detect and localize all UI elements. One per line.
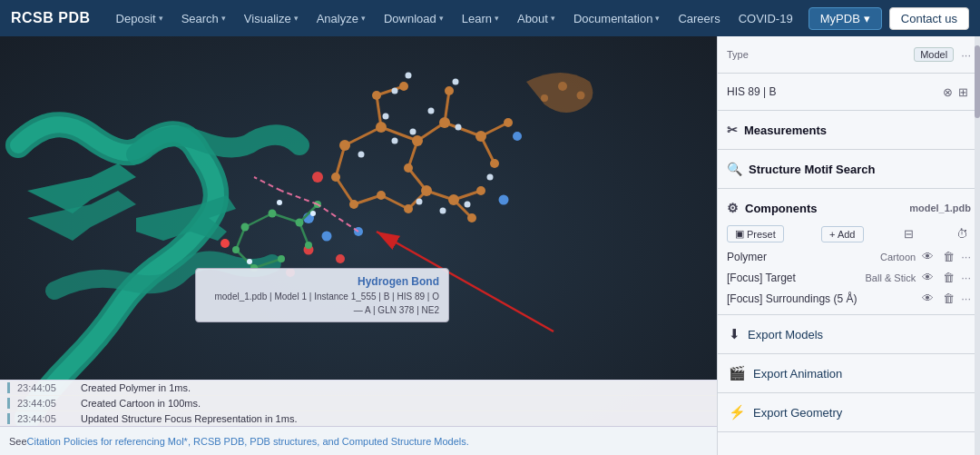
- svg-point-51: [453, 79, 459, 85]
- footer-citation-link[interactable]: Citation Policies for referencing Mol*, …: [27, 436, 469, 447]
- focus-surroundings-row: [Focus] Surroundings (5 Å) 👁 🗑 ···: [718, 288, 980, 309]
- svg-point-35: [504, 118, 513, 127]
- svg-point-43: [392, 138, 398, 144]
- nav-documentation[interactable]: Documentation ▾: [564, 0, 669, 36]
- polymer-label: Polymer: [727, 251, 877, 263]
- log-message-1: Created Polymer in 1ms.: [81, 382, 191, 393]
- nav-careers[interactable]: Careers: [669, 0, 729, 36]
- measurements-row[interactable]: ✂ Measurements: [718, 116, 980, 143]
- svg-point-27: [377, 191, 386, 200]
- structure-motif-section[interactable]: 🔍 Structure Motif Search: [718, 150, 980, 189]
- svg-point-53: [322, 232, 332, 242]
- chevron-down-icon: ▾: [221, 14, 226, 23]
- clock-icon[interactable]: ⏱: [954, 226, 971, 242]
- components-title-row[interactable]: ⚙ Components model_1.pdb: [718, 194, 980, 222]
- navbar-right: MyPDB ▾ Contact us: [808, 7, 969, 30]
- chevron-down-icon: ▾: [439, 14, 444, 23]
- svg-point-49: [392, 88, 398, 94]
- log-row-2: 23:44:05 Created Cartoon in 100ms.: [0, 396, 717, 411]
- focus-target-menu[interactable]: ···: [961, 271, 971, 284]
- components-file: model_1.pdb: [909, 203, 971, 213]
- svg-point-37: [467, 213, 476, 223]
- focus-surroundings-eye-btn[interactable]: 👁: [919, 291, 936, 306]
- measurements-label: Measurements: [744, 124, 827, 137]
- polymer-style: Cartoon: [880, 252, 916, 262]
- log-time-3: 23:44:05: [17, 413, 72, 424]
- preset-button[interactable]: ▣ Preset: [727, 225, 784, 242]
- svg-point-32: [372, 91, 381, 100]
- svg-point-74: [278, 255, 285, 262]
- export-geometry-row[interactable]: ⚡ Export Geometry: [718, 399, 980, 426]
- his-row: HIS 89 | B ⊗ ⊞: [718, 79, 980, 104]
- nav-download[interactable]: Download ▾: [375, 0, 453, 36]
- export-animation-section[interactable]: 🎬 Export Animation: [718, 354, 980, 393]
- structure-motif-row[interactable]: 🔍 Structure Motif Search: [718, 155, 980, 183]
- polymer-delete-btn[interactable]: 🗑: [940, 249, 957, 264]
- svg-point-72: [232, 246, 240, 253]
- components-icon: ⚙: [727, 201, 739, 215]
- scrollbar-track[interactable]: [975, 36, 980, 455]
- export-geometry-section[interactable]: ⚡ Export Geometry: [718, 393, 980, 432]
- svg-point-68: [269, 210, 277, 218]
- export-animation-row[interactable]: 🎬 Export Animation: [718, 360, 980, 387]
- focus-surroundings-delete-btn[interactable]: 🗑: [940, 291, 957, 306]
- svg-point-28: [404, 204, 413, 213]
- svg-point-34: [445, 86, 454, 95]
- export-models-section[interactable]: ⬇ Export Models: [718, 315, 980, 354]
- log-panel: 23:44:05 Created Polymer in 1ms. 23:44:0…: [0, 380, 717, 426]
- polymer-row: Polymer Cartoon 👁 🗑 ···: [718, 246, 980, 267]
- type-label: Type: [727, 49, 749, 60]
- focus-target-label: [Focus] Target: [727, 272, 862, 284]
- svg-point-71: [305, 242, 312, 249]
- log-time-1: 23:44:05: [17, 382, 72, 393]
- focus-surroundings-menu[interactable]: ···: [961, 292, 971, 305]
- nav-analyze[interactable]: Analyze ▾: [308, 0, 375, 36]
- svg-point-59: [336, 254, 345, 263]
- type-menu-icon[interactable]: ···: [961, 48, 971, 62]
- nav-about[interactable]: About ▾: [508, 0, 564, 36]
- nav-learn[interactable]: Learn ▾: [453, 0, 508, 36]
- polymer-eye-btn[interactable]: 👁: [919, 249, 936, 264]
- svg-point-46: [440, 208, 446, 214]
- nav-deposit[interactable]: Deposit ▾: [107, 0, 172, 36]
- mol-canvas[interactable]: Hydrogen Bond model_1.pdb | Model 1 | In…: [0, 36, 717, 455]
- svg-point-29: [421, 185, 432, 196]
- structure-motif-label: Structure Motif Search: [749, 163, 875, 176]
- export-geometry-icon: ⚡: [729, 404, 746, 420]
- focus-target-eye-btn[interactable]: 👁: [919, 270, 936, 285]
- footer-prefix: See: [9, 436, 27, 447]
- nav-covid[interactable]: COVID-19: [730, 0, 802, 36]
- svg-point-41: [428, 108, 435, 114]
- brand-logo[interactable]: RCSB PDB: [11, 10, 91, 26]
- chevron-down-icon: ▾: [361, 14, 366, 23]
- svg-point-76: [220, 239, 230, 248]
- svg-point-33: [399, 82, 408, 91]
- measurements-section[interactable]: ✂ Measurements: [718, 111, 980, 150]
- scrollbar-thumb[interactable]: [975, 45, 980, 118]
- export-models-icon: ⬇: [729, 326, 740, 342]
- his-expand-btn[interactable]: ⊞: [956, 84, 971, 100]
- svg-point-38: [476, 186, 485, 195]
- svg-point-45: [416, 199, 423, 205]
- nav-visualize[interactable]: Visualize ▾: [235, 0, 308, 36]
- components-actions: ▣ Preset + Add ⊟ ⏱: [718, 222, 980, 246]
- his-section: HIS 89 | B ⊗ ⊞: [718, 74, 980, 111]
- contact-button[interactable]: Contact us: [889, 7, 969, 30]
- focus-target-delete-btn[interactable]: 🗑: [940, 270, 957, 285]
- add-button[interactable]: + Add: [821, 226, 863, 242]
- export-models-row[interactable]: ⬇ Export Models: [718, 321, 980, 348]
- filter-icon[interactable]: ⊟: [901, 226, 916, 242]
- svg-point-21: [376, 122, 387, 133]
- nav-search[interactable]: Search ▾: [172, 0, 235, 36]
- preset-icon: ▣: [735, 228, 744, 240]
- viewer-panel[interactable]: Hydrogen Bond model_1.pdb | Model 1 | In…: [0, 36, 717, 455]
- chevron-down-icon: ▾: [495, 14, 499, 23]
- his-close-btn[interactable]: ⊗: [940, 84, 956, 100]
- svg-point-24: [475, 131, 486, 142]
- svg-point-23: [439, 117, 450, 128]
- polymer-menu[interactable]: ···: [961, 250, 971, 263]
- chevron-down-icon: ▾: [294, 14, 299, 23]
- svg-point-36: [490, 159, 499, 168]
- mypdb-button[interactable]: MyPDB ▾: [808, 7, 882, 30]
- svg-point-39: [383, 114, 389, 120]
